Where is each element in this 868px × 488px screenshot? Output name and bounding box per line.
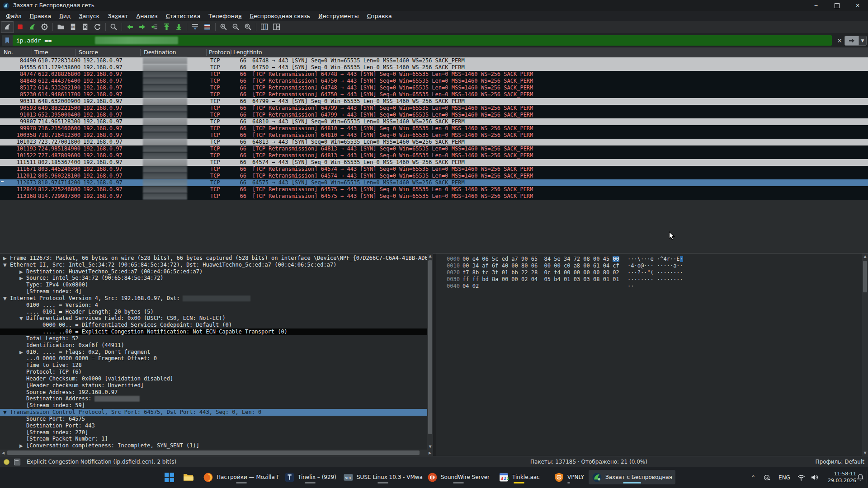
packet-row-113168[interactable]: 113168814.729987300192.168.0.97TCP66[TCP… xyxy=(0,193,868,200)
detail-row[interactable]: Destination Address: xyxy=(0,395,427,402)
packet-row-85172[interactable]: 85172614.533262100192.168.0.97TCP66[TCP … xyxy=(0,84,868,91)
resize-columns-button[interactable] xyxy=(258,22,270,33)
expand-arrow-icon[interactable]: ▶ xyxy=(3,255,7,262)
detail-row[interactable]: 0000 00.. = Differentiated Services Code… xyxy=(0,322,427,328)
go-back-button[interactable] xyxy=(124,22,136,33)
bytes-scroll-down-arrow[interactable]: ▼ xyxy=(862,450,868,456)
column-separator[interactable] xyxy=(75,49,75,56)
collapse-arrow-icon[interactable]: ▼ xyxy=(3,409,7,416)
hex-ascii[interactable]: ········ ········ xyxy=(627,276,683,283)
packet-row-111671[interactable]: 111671803.445240300192.168.0.97TCP66[TCP… xyxy=(0,166,868,173)
capture-options-button[interactable] xyxy=(38,22,51,33)
detail-row[interactable]: ▼Transmission Control Protocol, Src Port… xyxy=(0,409,427,416)
open-file-button[interactable] xyxy=(55,22,67,33)
taskbar-app-vmware[interactable]: vmSUSE Linux 10.3 - VMwa xyxy=(340,470,426,484)
scroll-up-arrow[interactable]: ▲ xyxy=(427,253,433,259)
column-separator[interactable] xyxy=(140,49,141,56)
detail-row[interactable]: ▼Internet Protocol Version 4, Src: 192.1… xyxy=(0,295,427,302)
close-file-button[interactable] xyxy=(79,22,91,33)
column-separator[interactable] xyxy=(231,49,231,56)
menu-статистика[interactable]: Статистика xyxy=(162,12,205,20)
packet-row-90593[interactable]: 90593649.883221500192.168.0.97TCP66[TCP … xyxy=(0,105,868,112)
taskbar-app-start[interactable] xyxy=(161,470,178,484)
menu-правка[interactable]: Правка xyxy=(26,12,56,20)
hex-bytes[interactable]: 00 e4 06 5c ed a7 90 65 84 5e 34 72 08 0… xyxy=(462,256,619,263)
detail-row[interactable]: ...0 0000 0000 0000 = Fragment Offset: 0 xyxy=(0,355,427,362)
menu-запуск[interactable]: Запуск xyxy=(75,12,104,20)
save-file-button[interactable]: 010 xyxy=(67,22,79,33)
bytes-vscroll-thumb[interactable] xyxy=(863,261,867,292)
hex-bytes[interactable]: f7 8b fc 3f 01 bb 22 28 0c f4 00 00 00 0… xyxy=(462,269,619,276)
detail-row[interactable]: [Stream index: 59] xyxy=(0,402,427,409)
tray-language-indicator[interactable]: ENG xyxy=(778,467,791,488)
close-button[interactable]: ✕ xyxy=(847,0,868,11)
packet-row-112673[interactable]: 112673810.974714200192.168.0.97TCP666457… xyxy=(0,179,868,186)
expand-arrow-icon[interactable]: ▶ xyxy=(19,442,23,449)
zoom-out-button[interactable] xyxy=(230,22,242,33)
column-header-length[interactable]: Length xyxy=(233,49,253,56)
hex-ascii[interactable]: ···?··"( ········ xyxy=(627,269,683,276)
menu-анализ[interactable]: Анализ xyxy=(132,12,162,20)
column-separator[interactable] xyxy=(248,49,248,56)
zoom-reset-button[interactable] xyxy=(242,22,254,33)
taskbar-app-explorer[interactable] xyxy=(180,470,197,484)
hex-ascii[interactable]: ·· xyxy=(627,283,634,290)
detail-row[interactable]: Time to Live: 128 xyxy=(0,362,427,369)
packet-row-85230[interactable]: 85230614.948611700192.168.0.97TCP66[TCP … xyxy=(0,91,868,98)
details-vscrollbar[interactable]: ▲ ▼ xyxy=(427,253,433,450)
taskbar-app-tinelix[interactable]: Tinelix – (929) xyxy=(281,470,340,484)
colorize-button[interactable] xyxy=(201,22,213,33)
column-header-info[interactable]: Info xyxy=(251,49,262,56)
filter-bookmark-button[interactable] xyxy=(2,35,13,46)
detail-row[interactable]: .... 0101 = Header Length: 20 bytes (5) xyxy=(0,309,427,315)
tray-clock[interactable]: 11:58:11 29.03.2026 xyxy=(828,470,856,484)
tray-volume-icon[interactable] xyxy=(809,467,820,488)
packet-row-100358[interactable]: 100358718.716412300192.168.0.97TCP66[TCP… xyxy=(0,132,868,139)
clear-filter-button[interactable]: ✕ xyxy=(835,37,844,44)
start-capture-button[interactable] xyxy=(1,21,14,33)
details-hscroll-thumb[interactable] xyxy=(7,450,420,455)
bytes-vscrollbar[interactable]: ▲ ▼ xyxy=(862,253,868,456)
packet-row-112844[interactable]: 112844812.225246800192.168.0.97TCP66[TCP… xyxy=(0,186,868,193)
display-filter-input[interactable]: ip.addr == xyxy=(2,35,832,46)
detail-row[interactable]: Protocol: TCP (6) xyxy=(0,369,427,375)
hex-row-0040[interactable]: 004004 02·· xyxy=(436,283,868,290)
column-header-no[interactable]: No. xyxy=(4,49,13,56)
detail-row[interactable]: ▶010. .... = Flags: 0x2, Don't fragment xyxy=(0,349,427,356)
taskbar-app-firefox[interactable]: Настройки — Mozilla F xyxy=(200,470,283,484)
detail-row[interactable]: 0100 .... = Version: 4 xyxy=(0,302,427,309)
go-last-button[interactable] xyxy=(173,22,185,33)
scroll-down-arrow[interactable]: ▼ xyxy=(427,444,433,450)
detail-row[interactable]: [Stream Packet Number: 1] xyxy=(0,436,427,442)
packet-row-101193[interactable]: 101193724.985184900192.168.0.97TCP66[TCP… xyxy=(0,145,868,152)
go-to-packet-button[interactable] xyxy=(148,22,160,33)
detail-row[interactable]: .... ..00 = Explicit Congestion Notifica… xyxy=(0,328,427,335)
taskbar-app-soundwire[interactable]: SoundWire Server xyxy=(424,470,493,484)
taskbar-app-tinkle[interactable]: 321Tinkle.aac xyxy=(495,470,543,484)
find-packet-button[interactable] xyxy=(108,22,120,33)
detail-row[interactable]: Type: IPv4 (0x0800) xyxy=(0,282,427,288)
packet-row-84747[interactable]: 84747612.028826800192.168.0.97TCP66[TCP … xyxy=(0,71,868,78)
stop-capture-button[interactable] xyxy=(14,22,26,33)
menu-файл[interactable]: Файл xyxy=(2,12,26,20)
packet-row-84848[interactable]: 84848612.444376400192.168.0.97TCP66[TCP … xyxy=(0,78,868,84)
packet-row-91013[interactable]: 91013652.395000400192.168.0.97TCP66[TCP … xyxy=(0,112,868,118)
packet-row-111511[interactable]: 111511802.185367400192.168.0.97TCP666457… xyxy=(0,159,868,166)
detail-row[interactable]: Total Length: 52 xyxy=(0,335,427,342)
profile-status[interactable]: Профиль: Default xyxy=(816,459,865,465)
packet-row-101522[interactable]: 101522727.487809600192.168.0.97TCP66[TCP… xyxy=(0,152,868,159)
expert-info-icon[interactable] xyxy=(4,459,9,465)
tray-focus-bell-icon[interactable]: z xyxy=(855,467,865,488)
detail-row[interactable]: ▶[Conversation completeness: Incomplete,… xyxy=(0,442,427,449)
scroll-right-arrow[interactable]: ▶ xyxy=(427,450,433,456)
detail-row[interactable]: ▶Source: Intel_5e:34:72 (90:65:84:5e:34:… xyxy=(0,275,427,282)
detail-row[interactable]: Destination Port: 443 xyxy=(0,422,427,429)
minimize-button[interactable]: ─ xyxy=(806,0,826,11)
packet-row-99807[interactable]: 99807714.965128300192.168.0.97TCP6664810… xyxy=(0,118,868,125)
hex-bytes[interactable]: 00 34 af 6f 40 00 80 06 00 00 c0 a8 00 6… xyxy=(462,263,619,269)
packet-row-99978[interactable]: 99978716.215460600192.168.0.97TCP66[TCP … xyxy=(0,125,868,132)
detail-row[interactable]: [Stream index: 4] xyxy=(0,288,427,295)
detail-row[interactable]: Source Port: 64575 xyxy=(0,416,427,422)
reload-button[interactable] xyxy=(91,22,104,33)
detail-row[interactable]: Identification: 0xaf6f (44911) xyxy=(0,342,427,349)
